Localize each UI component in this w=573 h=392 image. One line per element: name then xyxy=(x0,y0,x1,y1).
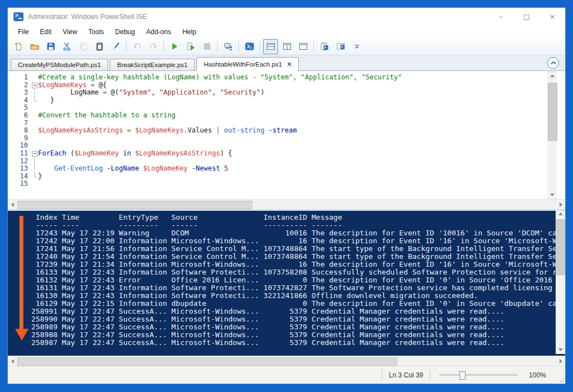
show-script-pane-right-button[interactable] xyxy=(279,39,294,54)
zoom-slider-handle[interactable] xyxy=(459,371,466,380)
pane-max-icon xyxy=(299,42,308,51)
editor-line: 4 } xyxy=(8,97,565,105)
play-icon xyxy=(170,42,179,51)
show-command-addon-button[interactable] xyxy=(317,39,332,54)
tab-hashtablewithforeach-ps1[interactable]: HashtableWithForEach.ps1× xyxy=(196,57,299,71)
console-horizontal-scrollbar[interactable] xyxy=(8,356,565,366)
menu-item-help[interactable]: Help xyxy=(182,28,196,36)
redo-button[interactable] xyxy=(145,39,161,54)
scissors-icon xyxy=(63,42,72,51)
maximize-button[interactable]: □ xyxy=(514,8,539,26)
console-scroll-thumb[interactable] xyxy=(556,219,565,275)
console-output: Index Time EntryType Source InstanceID M… xyxy=(8,214,556,347)
clipboard-icon xyxy=(95,42,104,51)
run-selection-button[interactable] xyxy=(183,39,198,54)
scroll-right-arrow-icon[interactable] xyxy=(556,356,565,366)
tab-close-icon[interactable]: × xyxy=(287,62,292,67)
new-script-button[interactable] xyxy=(11,39,26,54)
editor-line: 1#Create a single-key hashtable (LogName… xyxy=(8,74,565,82)
menu-item-view[interactable]: View xyxy=(63,28,77,36)
line-number: 8 xyxy=(8,127,31,135)
menu-item-tools[interactable]: Tools xyxy=(88,28,104,36)
scroll-left-arrow-icon[interactable] xyxy=(8,356,17,366)
scroll-down-arrow-icon[interactable] xyxy=(547,190,557,199)
line-number: 5 xyxy=(8,104,31,112)
paste-button[interactable] xyxy=(92,39,107,54)
scroll-up-arrow-icon[interactable] xyxy=(547,71,557,80)
resize-grip[interactable] xyxy=(558,376,563,382)
menu-item-debug[interactable]: Debug xyxy=(115,28,135,36)
minimize-button[interactable]: – xyxy=(488,8,514,26)
fold-gutter xyxy=(31,89,38,97)
show-script-pane-maximized-button[interactable] xyxy=(295,39,311,54)
line-number: 12 xyxy=(8,158,31,166)
menu-bar: FileEditViewToolsDebugAdd-onsHelp xyxy=(8,26,565,38)
scroll-up-arrow-icon[interactable] xyxy=(556,209,565,218)
show-command-window-button[interactable] xyxy=(333,39,348,54)
clear-console-pane-button[interactable] xyxy=(108,39,123,54)
annotation-arrow-shaft xyxy=(20,216,24,329)
status-divider xyxy=(430,370,430,380)
code-text: } xyxy=(38,173,42,181)
toolbar-overflow-button[interactable] xyxy=(349,39,364,54)
console-hscroll-thumb[interactable] xyxy=(17,357,397,366)
overflow-chevron-icon xyxy=(353,42,361,51)
console-row: 16130 May 17 22:43 Information Software … xyxy=(27,292,556,300)
fold-collapse-icon[interactable] xyxy=(31,82,38,89)
start-powershell-button[interactable] xyxy=(242,39,257,54)
line-number: 6 xyxy=(8,112,31,120)
tab-bar: CreateMyPSModulePath.ps1BreakScriptExamp… xyxy=(8,55,565,71)
menu-item-add-ons[interactable]: Add-ons xyxy=(146,28,171,36)
editor-vertical-scrollbar[interactable] xyxy=(547,71,557,199)
toolbar-separator xyxy=(238,41,239,52)
console-row: 17239 May 17 21:34 Information Microsoft… xyxy=(27,261,556,268)
code-text: Get-EventLog -LogName $LogNameKey -Newes… xyxy=(38,165,228,173)
new-remote-powershell-tab-button[interactable] xyxy=(220,39,236,54)
fold-collapse-icon[interactable] xyxy=(31,150,38,158)
powershell-icon xyxy=(245,42,254,51)
undo-button[interactable] xyxy=(129,39,144,54)
editor-horizontal-scrollbar[interactable] xyxy=(8,199,565,209)
scroll-right-arrow-icon[interactable] xyxy=(556,200,565,209)
fold-gutter xyxy=(31,158,38,166)
editor-line: 10 xyxy=(8,142,565,150)
editor-line: 6#Convert the hashtable to a string xyxy=(8,112,565,120)
console-row: 17241 May 17 21:56 Information Service C… xyxy=(27,245,556,253)
tab-createmypsmodulepath-ps1[interactable]: CreateMyPSModulePath.ps1 xyxy=(11,59,108,70)
line-number: 9 xyxy=(8,135,31,143)
menu-item-edit[interactable]: Edit xyxy=(40,28,51,36)
collapse-script-pane-button[interactable] xyxy=(547,57,559,69)
copy-button[interactable] xyxy=(76,39,91,54)
tab-breakscriptexample-ps1[interactable]: BreakScriptExample.ps1 xyxy=(110,59,195,70)
line-number: 4 xyxy=(8,97,31,105)
code-text: } xyxy=(38,97,54,105)
fold-gutter xyxy=(31,142,38,150)
console-header-underline: ----- ---- --------- ------ ---------- -… xyxy=(27,221,556,229)
zoom-slider[interactable] xyxy=(439,374,518,376)
title-bar[interactable]: Administrator: Windows PowerShell ISE – … xyxy=(8,8,565,26)
cut-button[interactable] xyxy=(59,39,74,54)
line-number: 3 xyxy=(8,89,31,97)
scroll-down-arrow-icon[interactable] xyxy=(556,345,565,354)
close-button[interactable]: × xyxy=(539,8,565,26)
fold-gutter xyxy=(31,173,38,181)
console-row: 16131 May 17 22:43 Information Software … xyxy=(27,284,556,292)
editor-scroll-thumb[interactable] xyxy=(548,83,557,141)
status-bar: Ln 3 Col 39 100% xyxy=(8,366,565,384)
console-vertical-scrollbar[interactable] xyxy=(556,209,565,354)
tab-label: HashtableWithForEach.ps1 xyxy=(204,61,282,68)
script-editor-pane[interactable]: 1#Create a single-key hashtable (LogName… xyxy=(8,71,565,199)
console-pane[interactable]: Index Time EntryType Source InstanceID M… xyxy=(8,209,565,356)
editor-hscroll-thumb[interactable] xyxy=(17,201,252,209)
open-folder-icon xyxy=(30,42,39,51)
open-script-button[interactable] xyxy=(27,39,42,54)
show-script-pane-top-button[interactable] xyxy=(263,39,278,54)
run-script-button[interactable] xyxy=(167,39,182,54)
run-selection-icon xyxy=(186,42,195,51)
fold-gutter xyxy=(31,74,38,82)
scroll-left-arrow-icon[interactable] xyxy=(8,200,17,209)
editor-line: 2$LogNameKeys = @{ xyxy=(8,82,565,89)
stop-operation-button[interactable] xyxy=(199,39,214,54)
menu-item-file[interactable]: File xyxy=(18,28,29,36)
save-button[interactable] xyxy=(43,39,58,54)
